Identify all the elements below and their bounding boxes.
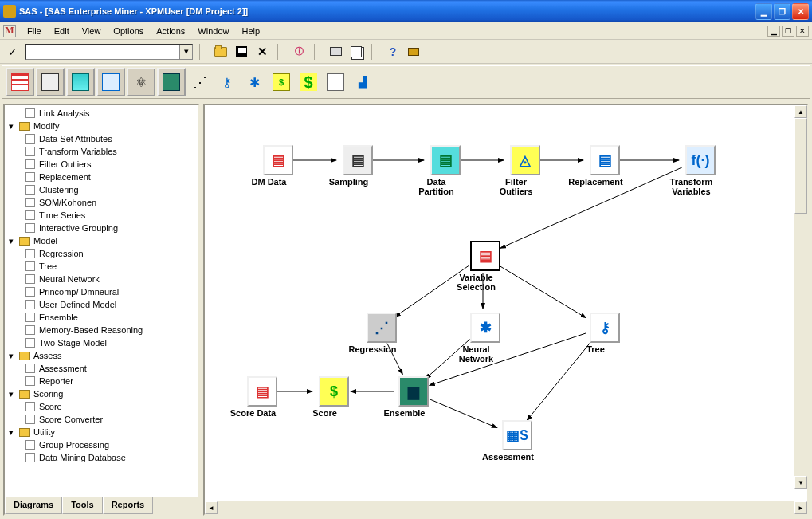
tool-sampling[interactable] [36, 68, 65, 96]
tree-item-data-mining-database[interactable]: Data Mining Database [5, 451, 198, 464]
tree-item-time-series[interactable]: Time Series [5, 209, 198, 222]
left-tab-tools[interactable]: Tools [62, 497, 103, 514]
close-button[interactable]: ✕ [792, 3, 809, 20]
scroll-right-button[interactable]: ► [794, 501, 807, 514]
tree-item-princomp-dmneural[interactable]: Princomp/ Dmneural [5, 285, 198, 298]
menu-actions[interactable]: Actions [150, 25, 191, 37]
node-replace[interactable]: ▤Replacement [587, 145, 622, 187]
tree-item-tree[interactable]: Tree [5, 260, 198, 273]
node-partition[interactable]: ▤DataPartition [428, 145, 463, 196]
tree-folder-modify[interactable]: ▾Modify [5, 120, 198, 132]
tree-item-user-defined-model[interactable]: User Defined Model [5, 298, 198, 311]
menu-help[interactable]: Help [235, 25, 266, 37]
menu-options[interactable]: Options [107, 25, 150, 37]
replace-icon: ▤ [590, 145, 620, 175]
tree-item-reporter[interactable]: Reporter [5, 375, 198, 387]
menu-view[interactable]: View [76, 25, 108, 37]
tree-item-memory-based-reasoning[interactable]: Memory-Based Reasoning [5, 324, 198, 336]
tree-folder-utility[interactable]: ▾Utility [5, 426, 198, 438]
info-button[interactable]: ⓘ [290, 43, 308, 61]
scroll-left-button[interactable]: ◄ [205, 501, 218, 514]
node-label: Sampling [313, 177, 385, 187]
tool-tree-view[interactable]: Link Analysis▾ModifyData Set AttributesT… [5, 105, 198, 497]
canvas-h-scrollbar[interactable]: ◄ ► [205, 501, 807, 514]
node-dmdata[interactable]: ▤DM Data [261, 145, 296, 187]
mdi-minimize-button[interactable]: ▁ [767, 26, 780, 37]
mdi-app-icon[interactable]: M [3, 25, 16, 37]
tool-data-partition[interactable] [66, 68, 95, 96]
node-varsel[interactable]: ▤VariableSelection [468, 241, 503, 292]
tree-item-transform-variables[interactable]: Transform Variables [5, 145, 198, 158]
tree-item-assessment[interactable]: Assessment [5, 362, 198, 375]
tool-transform[interactable] [96, 68, 125, 96]
copy-button[interactable] [347, 43, 365, 61]
tree-item-interactive-grouping[interactable]: Interactive Grouping [5, 222, 198, 234]
tool-explore[interactable]: ▟ [350, 68, 375, 96]
delete-button[interactable]: ✕ [253, 43, 271, 61]
scroll-up-button[interactable]: ▲ [794, 105, 807, 118]
node-transform[interactable]: f(·)TransformVariables [683, 145, 718, 196]
assess-icon [24, 363, 37, 374]
tool-assessment[interactable]: $ [269, 68, 294, 96]
tool-neural-network[interactable]: ✱ [241, 68, 267, 96]
menu-edit[interactable]: Edit [48, 25, 76, 37]
help-button[interactable]: ? [384, 43, 402, 61]
tree-item-score[interactable]: Score [5, 400, 198, 413]
twostage-icon [24, 337, 37, 348]
submit-check-icon[interactable]: ✓ [3, 45, 22, 58]
minimize-button[interactable]: ▁ [755, 3, 772, 20]
tree-item-data-set-attributes[interactable]: Data Set Attributes [5, 132, 198, 145]
node-regress[interactable]: ⋰Regression [364, 313, 399, 354]
node-scoredata[interactable]: ▤Score Data [245, 376, 280, 418]
tree-item-two-stage-model[interactable]: Two Stage Model [5, 336, 198, 349]
node-sampling[interactable]: ▤Sampling [340, 145, 375, 187]
tree-folder-model[interactable]: ▾Model [5, 234, 198, 247]
node-label: Regression [337, 344, 409, 354]
node-tree[interactable]: ⚷Tree [587, 313, 622, 354]
tool-ensemble[interactable] [157, 68, 186, 96]
left-tab-reports[interactable]: Reports [103, 497, 154, 514]
maximize-button[interactable]: ❐ [774, 3, 790, 20]
neural-icon: ✱ [470, 313, 500, 343]
tool-score[interactable]: $ [296, 68, 321, 96]
node-label: NeuralNetwork [441, 344, 512, 364]
mdi-close-button[interactable]: ✕ [796, 26, 809, 37]
book-icon [408, 48, 419, 56]
command-combo[interactable]: ▾ [25, 44, 193, 60]
tool-cluster[interactable]: ⚛ [127, 68, 155, 96]
left-tab-diagrams[interactable]: Diagrams [5, 497, 62, 514]
tree-item-link-analysis[interactable]: Link Analysis [5, 107, 198, 120]
filter-icon: ◬ [510, 145, 540, 175]
menu-window[interactable]: Window [191, 25, 235, 37]
mdi-restore-button[interactable]: ❐ [782, 26, 794, 37]
canvas-v-scrollbar[interactable]: ▲ ▼ [794, 105, 807, 489]
tree-folder-scoring[interactable]: ▾Scoring [5, 387, 198, 400]
tool-regression[interactable]: ⋰ [187, 68, 213, 96]
open-button[interactable] [212, 43, 229, 61]
tree-item-score-converter[interactable]: Score Converter [5, 413, 198, 426]
tree-item-filter-outliers[interactable]: Filter Outliers [5, 158, 198, 171]
menu-file[interactable]: File [21, 25, 48, 37]
tree-item-som-kohonen[interactable]: SOM/Kohonen [5, 196, 198, 209]
tree-item-group-processing[interactable]: Group Processing [5, 438, 198, 451]
node-filter[interactable]: ◬FilterOutliers [508, 145, 543, 196]
print-button[interactable] [327, 43, 344, 61]
node-assess[interactable]: ▦$Assessment [500, 420, 535, 462]
node-neural[interactable]: ✱NeuralNetwork [468, 313, 503, 364]
tree-folder-assess[interactable]: ▾Assess [5, 349, 198, 362]
diagram-canvas[interactable]: ▲ ▼ ▤DM Data▤Sampling▤DataPartition◬Filt… [205, 105, 807, 501]
scroll-down-button[interactable]: ▼ [794, 476, 807, 489]
book-button[interactable] [405, 43, 422, 61]
save-button[interactable] [233, 43, 250, 61]
tree-item-replacement[interactable]: Replacement [5, 171, 198, 183]
tool-reporter[interactable] [323, 68, 348, 96]
tool-input-data[interactable] [6, 68, 34, 96]
tree-item-ensemble[interactable]: Ensemble [5, 311, 198, 324]
node-ensemble[interactable]: ▆Ensemble [396, 376, 431, 418]
tree-item-regression[interactable]: Regression [5, 247, 198, 260]
node-label: Assessment [473, 452, 544, 462]
tree-item-clustering[interactable]: Clustering [5, 183, 198, 196]
tool-tree[interactable]: ⚷ [214, 68, 240, 96]
node-score[interactable]: $Score [316, 376, 351, 418]
tree-item-neural-network[interactable]: Neural Network [5, 273, 198, 285]
